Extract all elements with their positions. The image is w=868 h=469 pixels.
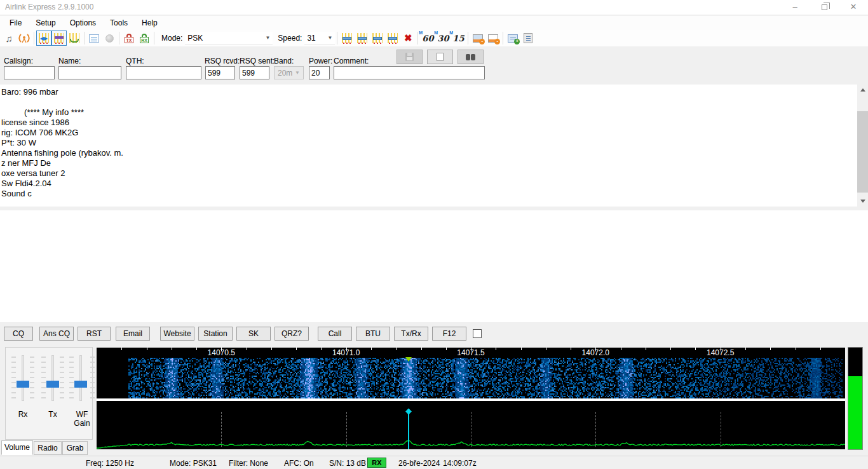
scale-tick <box>745 348 746 350</box>
minus-badge-icon: - <box>479 39 485 44</box>
tab-radio[interactable]: Radio <box>34 441 62 455</box>
hide-rx-window-icon[interactable]: - <box>485 31 501 46</box>
timer-15-icon[interactable]: M15 <box>451 31 466 46</box>
macro-ans-cq-button[interactable]: Ans CQ <box>39 327 74 341</box>
slider-ticks <box>41 357 46 401</box>
slider-handle[interactable] <box>17 381 29 388</box>
music-note-icon[interactable]: ♫ <box>1 31 17 46</box>
wf-gain-slider[interactable]: WF Gain <box>68 355 96 412</box>
rx-text: Baro: 996 mbar (**** My info **** licens… <box>0 85 868 199</box>
close-button[interactable]: ✕ <box>839 0 868 15</box>
record-icon[interactable] <box>102 31 117 46</box>
rsq-sent-field[interactable] <box>240 66 269 79</box>
waterfall-canvas[interactable] <box>97 358 845 398</box>
macro-row-1-icon[interactable] <box>339 31 355 46</box>
speed-dropdown[interactable]: 31 ▼ <box>304 32 335 45</box>
tab-volume[interactable]: Volume <box>1 440 33 455</box>
macro-stripes-icon <box>388 33 398 43</box>
transmit-audio-icon[interactable] <box>17 31 32 46</box>
rx-volume-slider[interactable]: Rx <box>10 355 36 412</box>
slider-handle[interactable] <box>46 381 59 388</box>
tx-text-area[interactable] <box>0 210 868 322</box>
macro-station-button[interactable]: Station <box>198 327 233 341</box>
timer-60-icon[interactable]: M60 <box>420 31 435 46</box>
macro-call-button[interactable]: Call <box>318 327 352 341</box>
save-qso-button[interactable] <box>397 50 423 64</box>
macro-txrx-button[interactable]: Tx/Rx <box>394 327 428 341</box>
status-mode: Mode: PSK31 <box>170 459 217 468</box>
comment-field[interactable] <box>334 66 485 79</box>
scale-tick <box>221 348 222 351</box>
squeeze-tx-icon[interactable]: ◀▶ <box>36 31 51 46</box>
waterfall-display[interactable]: 14070.5 14071.0 14071.5 14072.0 14072.5 … <box>97 348 845 449</box>
macro-row-4-icon[interactable] <box>385 31 400 46</box>
rx-text-area[interactable]: Baro: 996 mbar (**** My info **** licens… <box>0 85 868 207</box>
qso-entry-form: Callsign: Name: QTH: RSQ rcvd: RSQ sent:… <box>0 46 868 85</box>
scroll-down-icon[interactable] <box>857 196 868 207</box>
minimize-button[interactable]: – <box>780 0 810 15</box>
menu-help[interactable]: Help <box>135 16 165 30</box>
power-field[interactable] <box>309 66 330 79</box>
spectrum-display[interactable]: 14070.5 14071.0 14071.5 14072.0 14072.5 <box>97 401 845 449</box>
macro-stripes-icon <box>357 33 367 43</box>
qth-field[interactable] <box>126 66 201 79</box>
macro-qrz-button[interactable]: QRZ? <box>275 327 309 341</box>
name-field[interactable] <box>58 66 121 79</box>
macro-f12-button[interactable]: F12 <box>432 327 466 341</box>
hide-tx-window-icon[interactable]: - <box>470 31 485 46</box>
mode-dropdown[interactable]: PSK ▼ <box>185 32 273 45</box>
new-qso-button[interactable] <box>427 50 453 64</box>
macro-website-button[interactable]: Website <box>160 327 194 341</box>
macros-clear-icon[interactable]: ✖ <box>400 31 416 46</box>
squeeze-rx-icon[interactable] <box>51 31 67 46</box>
chevron-down-icon: ▼ <box>265 35 270 41</box>
menu-tools[interactable]: Tools <box>103 16 135 30</box>
rx-lock-icon[interactable]: RX <box>137 31 152 46</box>
memory-flag-icon: M <box>419 31 423 35</box>
red-x-icon: ✖ <box>404 34 412 43</box>
list-icon <box>89 34 99 43</box>
unsqueeze-icon[interactable] <box>67 31 82 46</box>
macro-rst-button[interactable]: RST <box>78 327 111 341</box>
callsign-field[interactable] <box>4 66 55 79</box>
macro-cq-button[interactable]: CQ <box>4 327 33 341</box>
tuning-marker-icon[interactable] <box>405 357 412 362</box>
tab-grab[interactable]: Grab <box>62 441 88 455</box>
macro-sk-button[interactable]: SK <box>236 327 271 341</box>
scrollbar-thumb[interactable] <box>857 111 868 193</box>
airlink-express-window: Airlink Express 2.9.9.1000 – ✕ File Setu… <box>0 0 868 469</box>
timer-30-icon[interactable]: M30 <box>435 31 451 46</box>
slider-track[interactable] <box>79 355 82 401</box>
rsq-rcvd-field[interactable] <box>205 66 235 79</box>
menu-setup[interactable]: Setup <box>29 16 62 30</box>
plus-badge-icon: + <box>514 39 520 44</box>
view-log-icon[interactable] <box>86 31 102 46</box>
restore-button[interactable] <box>810 0 839 15</box>
menu-file[interactable]: File <box>3 16 29 30</box>
rx-scrollbar[interactable] <box>857 85 868 207</box>
macro-row-2-icon[interactable] <box>355 31 370 46</box>
menu-options[interactable]: Options <box>63 16 103 30</box>
lookup-button[interactable] <box>458 50 484 64</box>
scale-tick <box>571 348 571 350</box>
tx-volume-slider[interactable]: Tx <box>40 355 65 412</box>
macro-btu-button[interactable]: BTU <box>356 327 390 341</box>
macro-email-button[interactable]: Email <box>116 327 150 341</box>
scroll-up-icon[interactable] <box>857 85 868 95</box>
slider-handle[interactable] <box>74 381 87 388</box>
slider-ticks <box>30 357 34 401</box>
wf-gain-slider-label: WF Gain <box>68 410 96 428</box>
slider-track[interactable] <box>22 355 24 401</box>
scale-tick <box>121 348 122 350</box>
tx-lock-icon[interactable]: TX <box>121 31 137 46</box>
chevron-down-icon: ▼ <box>327 35 332 41</box>
macro-row-3-icon[interactable] <box>370 31 385 46</box>
rsq-sent-label: RSQ sent: <box>240 57 275 65</box>
macro-checkbox[interactable] <box>473 329 482 338</box>
scale-tick <box>595 348 596 351</box>
logbook-icon[interactable] <box>520 31 536 46</box>
scale-tick <box>471 348 471 351</box>
slider-track[interactable] <box>51 355 54 401</box>
add-log-entry-icon[interactable]: + <box>505 31 520 46</box>
band-dropdown[interactable]: 20m ▼ <box>274 66 304 79</box>
